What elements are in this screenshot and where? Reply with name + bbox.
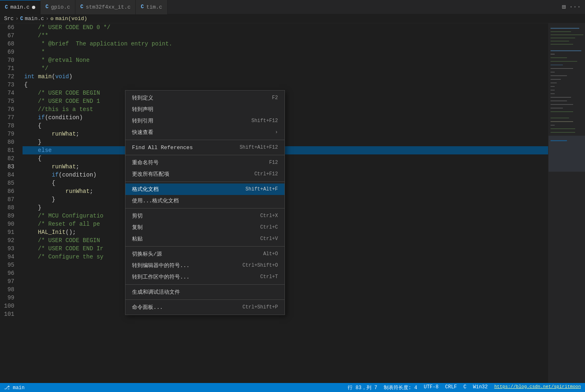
code-line-72[interactable]: */ [23,64,548,73]
status-position[interactable]: 行 83，列 7 [348,384,377,391]
code-line-85[interactable]: runWhat; [23,163,548,171]
menu-item-goto-decl[interactable]: 转到声明 [125,104,285,115]
menu-item-find-all-refs[interactable]: Find All ReferencesShift+Alt+F12 [125,142,285,153]
menu-item-gen-debug[interactable]: 生成和调试活动文件 [125,286,285,298]
menu-separator [125,181,285,182]
svg-rect-0 [551,28,579,29]
code-line-66[interactable]: /* USER CODE END 0 */ [23,23,548,32]
code-line-79[interactable]: if(condition) [23,113,548,122]
status-line-endings[interactable]: CRLF [445,384,457,391]
menu-label-goto-workspace-symbol: 转到工作区中的符号... [132,273,189,281]
menu-item-switch-header[interactable]: 切换标头/源Alt+O [125,248,285,260]
svg-rect-21 [551,104,573,105]
code-line-75[interactable]: /* USER CODE BEGIN [23,89,548,97]
code-line-99[interactable]: /* USER CODE END Ir [23,245,548,253]
status-platform[interactable]: Win32 [473,384,488,391]
tab-main-c[interactable]: C main.c [0,0,41,14]
tab-tim-c[interactable]: C tim.c [136,0,167,14]
menu-shortcut-copy: Ctrl+C [260,224,278,230]
breadcrumb-src[interactable]: Src [4,16,14,22]
menu-item-goto-editor-symbol[interactable]: 转到编辑器中的符号...Ctrl+Shift+O [125,260,285,271]
minimap[interactable] [548,23,585,383]
svg-rect-30 [549,136,585,172]
code-line-87[interactable]: { [23,179,548,187]
c-file-icon-2: C [46,4,48,10]
code-line-101[interactable]: /* Configure the sy [23,253,548,261]
code-line-80[interactable]: { [23,122,548,130]
svg-rect-8 [551,57,567,58]
svg-rect-2 [551,34,583,35]
code-line-94[interactable]: /* Reset of all pe [23,220,548,228]
more-actions-icon[interactable]: ··· [569,3,581,11]
code-line-82[interactable]: } [23,138,548,146]
status-encoding[interactable]: UTF-8 [424,384,439,391]
svg-rect-26 [551,125,555,125]
menu-separator [125,284,285,285]
code-line-97[interactable]: /* USER CODE BEGIN [23,236,548,245]
menu-item-goto-ref[interactable]: 转到引用Shift+F12 [125,115,285,127]
menu-item-goto-workspace-symbol[interactable]: 转到工作区中的符号...Ctrl+T [125,271,285,283]
menu-item-format-doc[interactable]: 格式化文档Shift+Alt+F [125,184,285,195]
breadcrumb-file[interactable]: main.c [25,16,44,22]
code-line-90[interactable]: } [23,204,548,212]
code-line-88[interactable]: runWhat; [23,187,548,195]
menu-label-format-with: 使用...格式化文档 [132,197,179,204]
code-line-86[interactable]: if(condition) [23,171,548,179]
menu-item-cut[interactable]: 剪切Ctrl+X [125,210,285,222]
code-line-92[interactable]: /* MCU Configuratio [23,212,548,220]
svg-rect-4 [551,41,569,41]
svg-rect-16 [551,86,555,87]
c-file-icon-4: C [141,4,143,10]
code-line-71[interactable]: * @retval None [23,56,548,64]
code-line-84[interactable]: { [23,154,548,163]
menu-shortcut-cut: Ctrl+X [260,213,278,219]
menu-item-command-palette[interactable]: 命令面板...Ctrl+Shift+P [125,301,285,313]
menu-label-rename: 重命名符号 [132,159,159,166]
code-line-68[interactable]: /** [23,32,548,40]
code-line-83[interactable]: else [23,146,548,154]
menu-shortcut-paste: Ctrl+V [260,236,278,242]
menu-item-format-with[interactable]: 使用...格式化文档 [125,195,285,206]
tab-gpio-c[interactable]: C gpio.c [41,0,75,14]
menu-label-cut: 剪切 [132,212,143,220]
code-line-81[interactable]: runWhat; [23,130,548,138]
svg-rect-28 [551,132,575,133]
breadcrumb-func-icon: ⊙ [50,16,54,22]
menu-item-peek[interactable]: 快速查看› [125,127,285,138]
split-editor-icon[interactable]: ⊞ [562,3,566,11]
code-line-73[interactable]: int main(void) [23,73,548,81]
tab-stm32-c[interactable]: C stm32f4xx_it.c [75,0,136,14]
code-content[interactable]: /* USER CODE END 0 */ /** * @brief The a… [23,23,548,383]
status-link[interactable]: https://blog.csdn.net/spiritmoon [494,384,581,391]
menu-label-peek: 快速查看 [132,129,153,136]
code-line-89[interactable]: } [23,195,548,204]
menu-item-paste[interactable]: 粘贴Ctrl+V [125,233,285,245]
menu-shortcut-goto-def: F2 [272,95,278,101]
menu-item-goto-def[interactable]: 转到定义F2 [125,92,285,104]
code-line-78[interactable]: //this is a test [23,105,548,113]
status-language[interactable]: C [464,384,467,391]
svg-rect-17 [551,90,555,90]
menu-shortcut-rename: F12 [269,160,278,165]
menu-label-find-all-refs: Find All References [132,145,193,151]
menu-label-gen-debug: 生成和调试活动文件 [132,288,180,296]
menu-item-change-all[interactable]: 更改所有匹配项Ctrl+F12 [125,168,285,180]
code-line-69[interactable]: * @brief The application entry point. [23,40,548,48]
svg-rect-3 [551,38,575,38]
code-line-70[interactable]: * [23,48,548,56]
svg-rect-23 [551,111,573,112]
menu-label-switch-header: 切换标头/源 [132,250,162,258]
status-branch[interactable]: ⎇ main [4,385,25,391]
menu-item-rename[interactable]: 重命名符号F12 [125,157,285,168]
svg-rect-15 [551,83,557,83]
code-line-77[interactable]: /* USER CODE END 1 [23,97,548,105]
menu-separator [125,140,285,140]
status-tab-size[interactable]: 制表符长度: 4 [384,384,417,391]
menu-item-copy[interactable]: 复制Ctrl+C [125,222,285,233]
code-line-95[interactable]: HAL_Init(); [23,228,548,236]
breadcrumb-func[interactable]: main(void) [55,16,87,22]
menu-shortcut-command-palette: Ctrl+Shift+P [243,304,278,310]
menu-shortcut-switch-header: Alt+O [263,251,278,257]
code-line-74[interactable]: { [23,81,548,89]
menu-label-command-palette: 命令面板... [132,304,163,311]
